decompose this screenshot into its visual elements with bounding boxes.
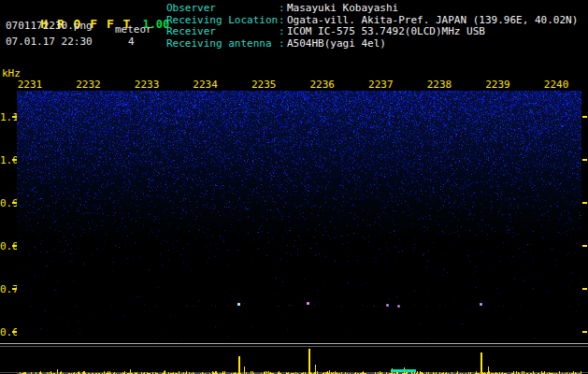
tick-mark: [582, 288, 587, 290]
info-row-receiver: Receiver:ICOM IC-575 53.7492(0LCD)MHz US…: [166, 26, 578, 38]
separator-line: [0, 346, 588, 347]
info-value: ICOM IC-575 53.7492(0LCD)MHz USB: [287, 26, 485, 38]
tick-mark: [582, 245, 587, 247]
info-label: Observer: [166, 3, 279, 15]
x-tick-label: 2234: [193, 79, 218, 91]
observation-mode: meteor: [115, 23, 152, 36]
station-info: Observer:Masayuki Kobayashi Receiving Lo…: [166, 3, 578, 50]
info-row-antenna: Receiving antenna:A504HB(yagi 4el): [166, 38, 578, 50]
x-tick-label: 2237: [368, 79, 394, 91]
x-tick-label: 2233: [135, 79, 160, 91]
tick-mark: [582, 159, 587, 161]
tick-mark: [582, 202, 587, 204]
x-tick-label: 2236: [310, 79, 336, 91]
info-value: Masayuki Kobayashi: [287, 3, 398, 15]
info-separator: :: [279, 3, 287, 15]
info-value: A504HB(yagi 4el): [287, 38, 386, 50]
spectrogram-area: [17, 91, 581, 341]
echo-count: 4: [128, 36, 135, 48]
info-label: Receiver: [166, 26, 279, 38]
info-separator: :: [279, 38, 287, 50]
x-tick-label: 2231: [18, 79, 43, 91]
tick-mark: [582, 116, 587, 118]
x-tick-label: 2238: [427, 79, 452, 91]
amplitude-strip-canvas: [17, 348, 581, 374]
output-filename: 0701172230.png: [6, 20, 93, 32]
x-tick-label: 2240: [544, 79, 569, 91]
x-tick-label: 2232: [76, 79, 101, 91]
tick-mark: [582, 331, 587, 333]
separator-line: [0, 343, 588, 344]
observation-datetime: 07.01.17 22:30: [6, 36, 93, 48]
x-tick-label: 2239: [485, 79, 510, 91]
info-row-observer: Observer:Masayuki Kobayashi: [166, 3, 578, 15]
info-label: Receiving antenna: [166, 38, 279, 50]
hrofft-window: H R O F F T1.00 0701172230.png meteor 07…: [0, 0, 588, 374]
info-separator: :: [279, 26, 287, 38]
spectrogram-canvas: [17, 91, 581, 341]
x-tick-label: 2235: [251, 79, 277, 91]
